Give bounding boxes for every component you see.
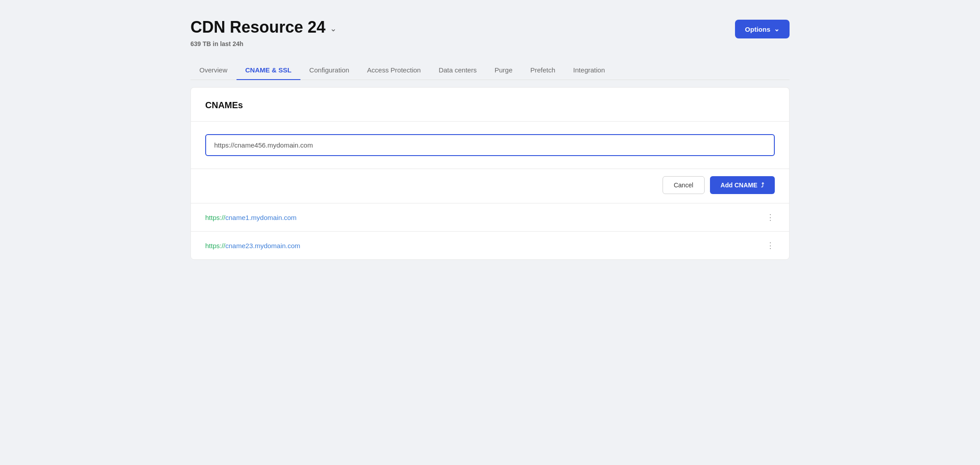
cname2-more-options-icon[interactable]: ⋮ [766, 241, 775, 250]
section-header: CNAMEs [191, 88, 789, 122]
cancel-button[interactable]: Cancel [663, 176, 705, 194]
page-title: CDN Resource 24 [190, 18, 325, 37]
options-button[interactable]: Options ⌄ [735, 20, 790, 38]
tab-purge[interactable]: Purge [486, 61, 521, 80]
cname-input-section [191, 122, 789, 169]
page-subtitle: 639 TB in last 24h [190, 40, 337, 47]
tab-cname-ssl[interactable]: CNAME & SSL [237, 61, 300, 80]
cname1-more-options-icon[interactable]: ⋮ [766, 212, 775, 222]
page-header: CDN Resource 24 ⌄ 639 TB in last 24h Opt… [190, 18, 790, 47]
cname-link-1[interactable]: https://cname1.mydomain.com [205, 214, 296, 221]
add-cname-button[interactable]: Add CNAME ⤴ [710, 176, 775, 194]
tabs-navigation: Overview CNAME & SSL Configuration Acces… [190, 61, 790, 80]
cname-list-item: https://cname1.mydomain.com ⋮ [191, 203, 789, 232]
page-title-row: CDN Resource 24 ⌄ [190, 18, 337, 37]
cname2-https-part: https:// [205, 242, 225, 249]
section-title: CNAMEs [205, 100, 775, 110]
tab-prefetch[interactable]: Prefetch [521, 61, 564, 80]
tab-integration[interactable]: Integration [564, 61, 614, 80]
tab-access-protection[interactable]: Access Protection [358, 61, 430, 80]
options-label: Options [745, 25, 770, 33]
cname-input-row [205, 134, 775, 156]
content-area: CNAMEs Cancel Add CNAME ⤴ https://cname1… [190, 87, 790, 260]
cname-input[interactable] [205, 134, 775, 156]
cname1-domain-part: cname1.mydomain.com [225, 214, 296, 221]
options-chevron-icon: ⌄ [774, 25, 780, 33]
tab-overview[interactable]: Overview [190, 61, 237, 80]
tab-configuration[interactable]: Configuration [300, 61, 358, 80]
add-cname-icon: ⤴ [761, 182, 764, 189]
cname2-domain-part: cname23.mydomain.com [225, 242, 300, 249]
cname-link-2[interactable]: https://cname23.mydomain.com [205, 242, 300, 249]
cname-list-item: https://cname23.mydomain.com ⋮ [191, 232, 789, 259]
tab-data-centers[interactable]: Data centers [430, 61, 486, 80]
header-left: CDN Resource 24 ⌄ 639 TB in last 24h [190, 18, 337, 47]
cname1-https-part: https:// [205, 214, 225, 221]
cname-actions: Cancel Add CNAME ⤴ [191, 169, 789, 203]
title-chevron-down-icon[interactable]: ⌄ [330, 24, 337, 34]
